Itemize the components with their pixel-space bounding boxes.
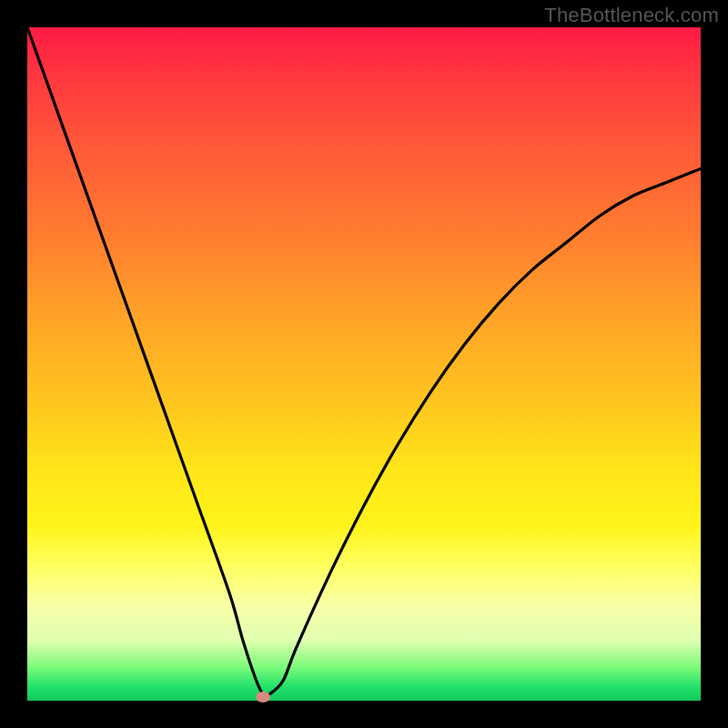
curve-svg bbox=[27, 27, 701, 701]
minimum-marker bbox=[256, 692, 270, 703]
attribution-watermark: TheBottleneck.com bbox=[544, 4, 719, 27]
chart-frame: TheBottleneck.com bbox=[0, 0, 728, 728]
plot-area bbox=[27, 27, 701, 701]
bottleneck-curve bbox=[27, 27, 701, 695]
